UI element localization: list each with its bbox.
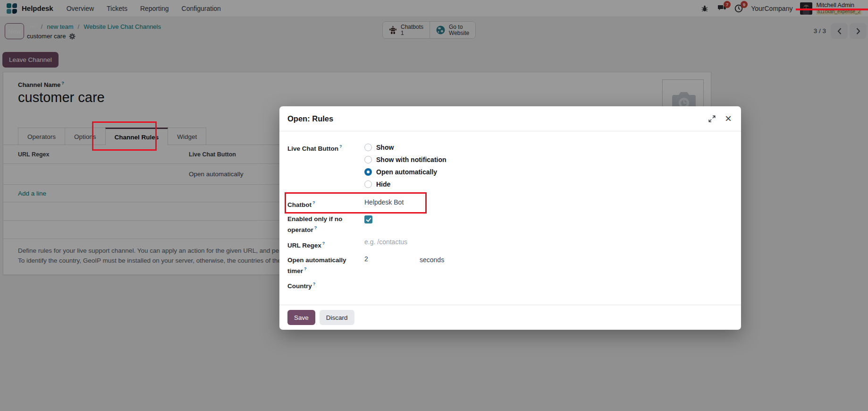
chatbot-label-text: Chatbot xyxy=(287,201,312,208)
radio-circle[interactable] xyxy=(364,156,372,163)
dialog-footer: Save Discard xyxy=(279,305,741,330)
radio-hide[interactable]: Hide xyxy=(364,180,390,189)
radio-show-with-notification[interactable]: Show with notification xyxy=(364,155,447,164)
timer-label-line2: timer? xyxy=(287,265,346,275)
help-marker[interactable]: ? xyxy=(314,225,317,230)
help-marker[interactable]: ? xyxy=(304,266,307,271)
enabled-only-label-line1: Enabled only if no xyxy=(287,215,342,223)
open-rules-dialog: Open: Rules × Live Chat Button? Show Sho… xyxy=(279,106,741,330)
live-chat-button-label: Live Chat Button? xyxy=(287,142,342,153)
url-regex-label: URL Regex? xyxy=(287,239,325,250)
enabled-only-label-line2: operator? xyxy=(287,223,342,234)
live-chat-button-label-text: Live Chat Button xyxy=(287,145,338,152)
radio-open-automatically-label: Open automatically xyxy=(376,168,437,176)
help-marker[interactable]: ? xyxy=(312,200,315,205)
radio-hide-label: Hide xyxy=(376,180,390,188)
timer-label-line2-text: timer xyxy=(287,267,303,274)
radio-show[interactable]: Show xyxy=(364,143,394,152)
radio-show-with-notification-label: Show with notification xyxy=(376,156,447,163)
url-regex-label-text: URL Regex xyxy=(287,242,321,249)
country-label: Country? xyxy=(287,280,315,291)
radio-circle-selected[interactable] xyxy=(364,168,372,176)
url-regex-input[interactable] xyxy=(364,238,440,246)
enabled-only-label: Enabled only if no operator? xyxy=(287,215,342,234)
timer-unit: seconds xyxy=(420,256,444,264)
discard-button[interactable]: Discard xyxy=(320,310,354,325)
chatbot-value[interactable]: Helpdesk Bot xyxy=(364,198,404,206)
help-marker[interactable]: ? xyxy=(322,241,325,246)
help-marker[interactable]: ? xyxy=(313,282,316,286)
timer-label: Open automatically timer? xyxy=(287,256,346,275)
country-label-text: Country xyxy=(287,283,312,290)
save-button[interactable]: Save xyxy=(287,310,315,325)
timer-input[interactable] xyxy=(364,255,416,263)
timer-label-line1: Open automatically xyxy=(287,256,346,265)
dialog-body: Live Chat Button? Show Show with notific… xyxy=(279,106,741,330)
radio-show-label: Show xyxy=(376,144,394,151)
radio-circle[interactable] xyxy=(364,180,372,188)
radio-open-automatically[interactable]: Open automatically xyxy=(364,167,437,177)
enabled-only-checkbox[interactable] xyxy=(364,215,372,223)
enabled-only-label-line2-text: operator xyxy=(287,226,313,233)
odoo-helpdesk-screen: Helpdesk Overview Tickets Reporting Conf… xyxy=(0,0,868,411)
help-marker[interactable]: ? xyxy=(339,144,342,149)
radio-circle[interactable] xyxy=(364,144,372,151)
chatbot-label: Chatbot? xyxy=(287,198,315,209)
